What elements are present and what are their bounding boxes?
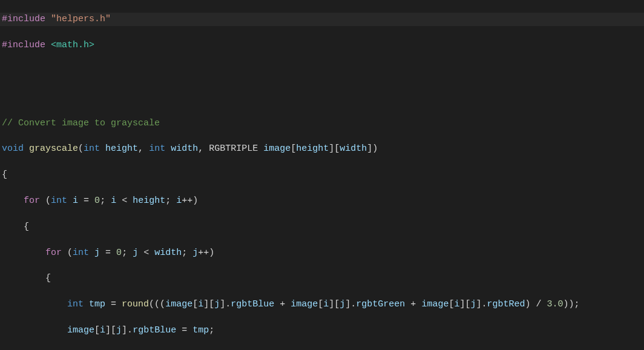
string-literal: "helpers.h"	[51, 14, 111, 24]
function-name: grayscale	[29, 144, 78, 154]
keyword-include: #include	[2, 14, 45, 24]
comment: // Convert image to grayscale	[2, 118, 160, 128]
angle-bracket: <	[51, 40, 56, 50]
code-line[interactable]: void grayscale(int height, int width, RG…	[0, 142, 644, 155]
code-line[interactable]: {	[0, 220, 644, 233]
code-line[interactable]: for (int i = 0; i < height; i++)	[0, 194, 644, 207]
code-line[interactable]: {	[0, 168, 644, 181]
lib-name: math.h	[56, 40, 89, 50]
code-editor[interactable]: #include "helpers.h" #include <math.h> /…	[0, 0, 644, 350]
type-void: void	[2, 144, 24, 154]
code-line[interactable]: #include <math.h>	[0, 39, 644, 51]
code-line[interactable]: image[i][j].rgbtBlue = tmp;	[0, 324, 644, 337]
keyword-include: #include	[2, 40, 45, 50]
angle-bracket: >	[89, 40, 94, 50]
code-line[interactable]: #include "helpers.h"	[0, 13, 644, 25]
code-line[interactable]: {	[0, 272, 644, 285]
code-line[interactable]: int tmp = round(((image[i][j].rgbtBlue +…	[0, 298, 644, 311]
code-line[interactable]: for (int j = 0; j < width; j++)	[0, 246, 644, 259]
code-line[interactable]	[0, 65, 644, 78]
code-line[interactable]	[0, 91, 644, 104]
code-line[interactable]: // Convert image to grayscale	[0, 117, 644, 130]
